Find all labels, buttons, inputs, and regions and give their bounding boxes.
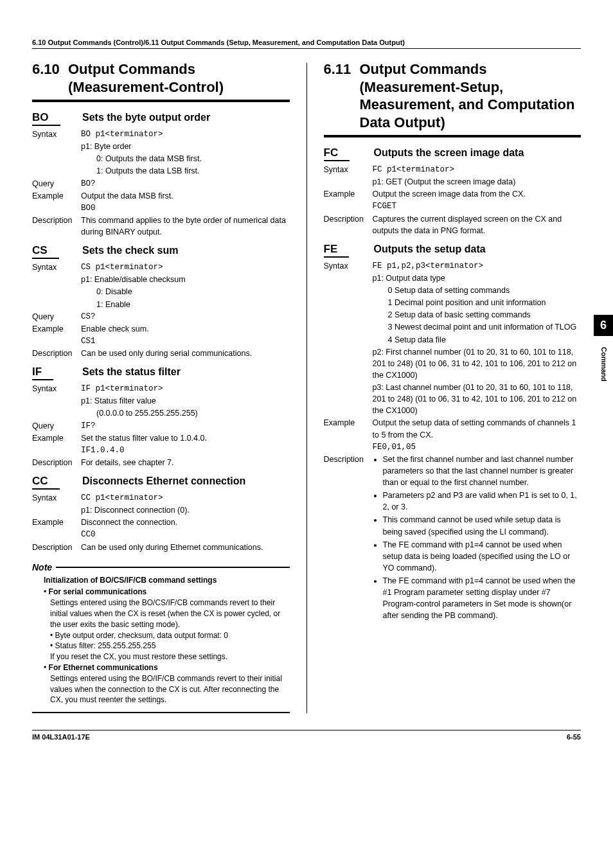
running-head: 6.10 Output Commands (Control)/6.11 Outp… bbox=[32, 39, 581, 49]
cmd-bo-code: BO bbox=[32, 111, 60, 126]
fe-p3: p3: Last channel number (01 to 20, 31 to… bbox=[373, 382, 582, 416]
label-syntax: Syntax bbox=[324, 164, 373, 175]
label-example: Example bbox=[32, 190, 81, 202]
side-tab-label: Command bbox=[600, 347, 608, 382]
note-head: Note bbox=[32, 562, 290, 572]
label-query: Query bbox=[32, 178, 81, 190]
bo-syntax: BO p1<terminator> bbox=[81, 128, 290, 140]
label-syntax: Syntax bbox=[324, 260, 373, 272]
title-rule bbox=[32, 100, 290, 102]
note-serial-b2: Status filter: 255.255.255.255 bbox=[55, 641, 156, 650]
fe-p1-4: 4 Setup data file bbox=[373, 334, 582, 346]
cs-opt0: 0: Disable bbox=[81, 286, 290, 297]
title-rule bbox=[324, 135, 582, 137]
cc-example-code: CC0 bbox=[81, 529, 290, 540]
fe-desc-2: This command cannot be used while setup … bbox=[383, 514, 582, 537]
cmd-if-title: Sets the status filter bbox=[82, 366, 290, 378]
cmd-fc-title: Outputs the screen image data bbox=[374, 146, 582, 159]
fe-desc-3: The FE command with p1=4 cannot be used … bbox=[383, 539, 582, 574]
cc-example-text: Disconnect the connection. bbox=[81, 517, 290, 528]
note-serial-head: For serial communications bbox=[49, 587, 147, 596]
fe-p1-1: 1 Decimal point position and unit inform… bbox=[373, 297, 582, 308]
cmd-fc-code: FC bbox=[324, 146, 350, 161]
note-serial-b1: Byte output order, checksum, data output… bbox=[55, 631, 228, 640]
cs-p1: p1: Enable/disable checksum bbox=[81, 274, 290, 285]
note-eth-head: For Ethernet communications bbox=[49, 663, 158, 672]
fe-description-list: Set the first channel number and last ch… bbox=[373, 454, 582, 622]
label-description: Description bbox=[32, 542, 81, 553]
fe-p1-3: 3 Newest decimal point and unit informat… bbox=[373, 321, 582, 333]
fe-syntax: FE p1,p2,p3<terminator> bbox=[373, 260, 582, 272]
if-example-text: Set the status filter value to 1.0.4.0. bbox=[81, 432, 290, 444]
if-range: (0.0.0.0 to 255.255.255.255) bbox=[81, 407, 290, 419]
fe-example-code: FE0,01,05 bbox=[373, 441, 582, 453]
section-6-10-title: 6.10 Output Commands (Measurement-Contro… bbox=[32, 60, 290, 96]
cmd-cc-title: Disconnects Ethernet connection bbox=[82, 475, 290, 488]
section-number: 6.11 bbox=[324, 60, 360, 131]
if-p1: p1: Status filter value bbox=[81, 395, 290, 407]
label-example: Example bbox=[32, 432, 81, 444]
cmd-fe-code: FE bbox=[324, 243, 350, 258]
cmd-cc-code: CC bbox=[32, 475, 60, 490]
label-query: Query bbox=[32, 311, 81, 323]
label-example: Example bbox=[324, 417, 373, 440]
bo-opt0: 0: Outputs the data MSB first. bbox=[81, 153, 290, 164]
label-syntax: Syntax bbox=[32, 128, 81, 140]
bo-description: This command applies to the byte order o… bbox=[81, 215, 290, 238]
right-column: 6.11 Output Commands (Measurement-Setup,… bbox=[324, 60, 582, 713]
cc-syntax: CC p1<terminator> bbox=[81, 492, 290, 504]
cmd-bo-title: Sets the byte output order bbox=[82, 111, 290, 124]
fe-p2: p2: First channel number (01 to 20, 31 t… bbox=[373, 346, 582, 381]
bo-example-code: BO0 bbox=[81, 202, 290, 214]
page: 6.10 Output Commands (Control)/6.11 Outp… bbox=[0, 0, 613, 766]
footer-left: IM 04L31A01-17E bbox=[32, 733, 90, 741]
note-serial-tail: If you reset the CX, you must restore th… bbox=[44, 651, 290, 662]
footer: IM 04L31A01-17E 6-55 bbox=[32, 730, 581, 741]
cs-opt1: 1: Enable bbox=[81, 299, 290, 310]
label-description: Description bbox=[32, 348, 81, 359]
note-body: Initialization of BO/CS/IF/CB command se… bbox=[32, 572, 290, 714]
section-title-text: Output Commands (Measurement-Control) bbox=[68, 60, 290, 96]
cmd-cs-code: CS bbox=[32, 244, 59, 259]
fc-p1: p1: GET (Output the screen image data) bbox=[373, 176, 582, 188]
label-example: Example bbox=[32, 323, 81, 335]
column-divider bbox=[306, 63, 307, 713]
if-description: For details, see chapter 7. bbox=[81, 457, 290, 468]
label-syntax: Syntax bbox=[32, 383, 81, 394]
label-description: Description bbox=[32, 215, 81, 238]
cs-syntax: CS p1<terminator> bbox=[81, 261, 290, 273]
bo-query: BO? bbox=[81, 178, 290, 190]
note-title: Initialization of BO/CS/IF/CB command se… bbox=[44, 575, 290, 586]
fc-description: Captures the current displayed screen on… bbox=[373, 213, 582, 236]
fe-example-text: Output the setup data of setting command… bbox=[373, 417, 582, 440]
footer-right: 6-55 bbox=[567, 733, 581, 741]
fc-example-code: FCGET bbox=[373, 200, 582, 212]
cs-example-text: Enable check sum. bbox=[81, 323, 290, 335]
cs-query: CS? bbox=[81, 311, 290, 323]
bo-p1: p1: Byte order bbox=[81, 141, 290, 152]
cmd-if-code: IF bbox=[32, 366, 53, 380]
if-example-code: IF1.0.4.0 bbox=[81, 445, 290, 456]
cmd-fe-title: Outputs the setup data bbox=[374, 243, 582, 256]
bo-example-text: Output the data MSB first. bbox=[81, 190, 290, 202]
side-tab-index: 6 bbox=[594, 315, 613, 336]
cs-example-code: CS1 bbox=[81, 335, 290, 347]
label-syntax: Syntax bbox=[32, 261, 81, 273]
fc-syntax: FC p1<terminator> bbox=[373, 164, 582, 175]
cc-p1: p1: Disconnect connection (0). bbox=[81, 504, 290, 516]
note-label: Note bbox=[32, 562, 52, 572]
fe-desc-1: Parameters p2 and P3 are valid when P1 i… bbox=[383, 490, 582, 513]
label-example: Example bbox=[32, 517, 81, 528]
label-description: Description bbox=[32, 457, 81, 468]
bo-opt1: 1: Outputs the data LSB first. bbox=[81, 165, 290, 177]
fc-example-text: Output the screen image data from the CX… bbox=[373, 188, 582, 200]
cs-description: Can be used only during serial communica… bbox=[81, 348, 290, 359]
fe-p1-2: 2 Setup data of basic setting commands bbox=[373, 309, 582, 321]
label-description: Description bbox=[324, 213, 373, 236]
if-syntax: IF p1<terminator> bbox=[81, 383, 290, 394]
cmd-cs-title: Sets the check sum bbox=[82, 244, 290, 257]
note-eth-body: Settings entered using the BO/IF/CB comm… bbox=[44, 673, 290, 705]
fe-desc-4: The FE command with p1=4 cannot be used … bbox=[383, 575, 582, 622]
cc-description: Can be used only during Ethernet communi… bbox=[81, 542, 290, 553]
label-syntax: Syntax bbox=[32, 492, 81, 504]
